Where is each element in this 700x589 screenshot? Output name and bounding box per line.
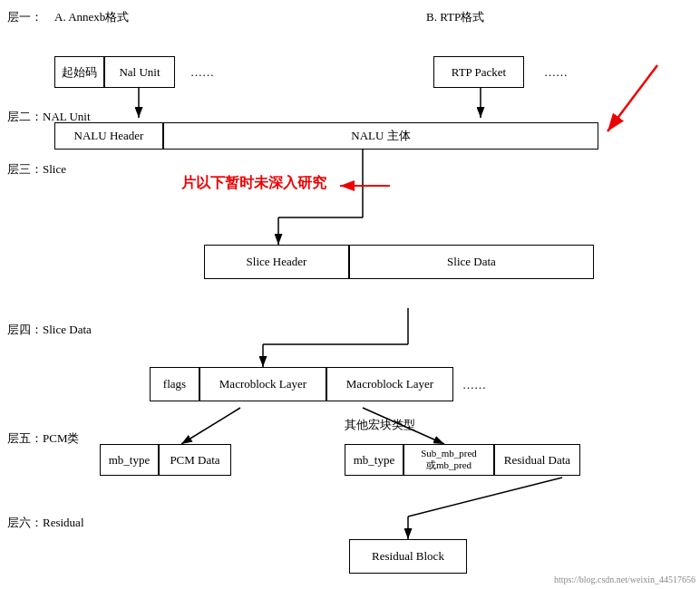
dots1: …… (190, 65, 214, 80)
pcm-data-box: PCM Data (159, 444, 231, 476)
dots2: …… (544, 65, 568, 80)
watermark: https://blog.csdn.net/weixin_44517656 (554, 575, 695, 584)
svg-line-4 (608, 65, 657, 131)
layer1-label: 层一： (7, 9, 43, 25)
mb-type2-box: mb_type (345, 444, 403, 476)
dots3: …… (462, 378, 486, 392)
layer1-a-label: A. Annexb格式 (54, 9, 129, 25)
rtp-packet-box: RTP Packet (433, 56, 524, 88)
qishi-box: 起始码 (54, 56, 104, 88)
macroblock1-box: Macroblock Layer (199, 367, 326, 401)
nalu-body-box: NALU 主体 (163, 122, 598, 150)
nal-unit-box: Nal Unit (104, 56, 175, 88)
sub-mb-pred-box: Sub_mb_pred 或mb_pred (403, 444, 494, 476)
svg-line-12 (181, 408, 240, 444)
residual-data-box: Residual Data (494, 444, 580, 476)
flags-box: flags (150, 367, 199, 401)
arrows-svg (0, 0, 700, 589)
diagram: 层一： A. Annexb格式 B. RTP格式 起始码 Nal Unit ……… (0, 0, 700, 589)
annotation-text: 片以下暂时未深入研究 (181, 174, 326, 193)
layer5-label: 层五：PCM类 (7, 430, 79, 447)
slice-header-box: Slice Header (204, 245, 349, 279)
slice-data-box: Slice Data (349, 245, 594, 279)
layer3-label: 层三：Slice (7, 161, 66, 178)
macroblock2-box: Macroblock Layer (326, 367, 453, 401)
nalu-header-box: NALU Header (54, 122, 163, 150)
svg-line-14 (408, 478, 562, 517)
layer1-b-label: B. RTP格式 (426, 9, 484, 25)
layer4-label: 层四：Slice Data (7, 322, 92, 338)
residual-block-box: Residual Block (349, 539, 467, 574)
mb-type1-box: mb_type (100, 444, 159, 476)
layer6-label: 层六：Residual (7, 515, 84, 531)
other-type-label: 其他宏块类型 (345, 417, 415, 433)
